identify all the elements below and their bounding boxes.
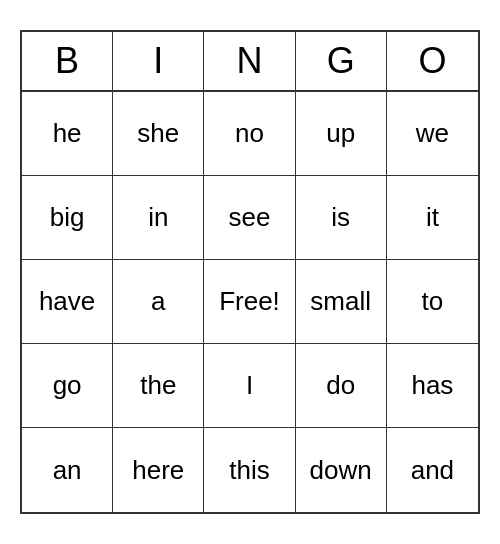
cell-r3-c1[interactable]: the [113, 344, 204, 428]
header-letter: G [296, 32, 387, 90]
cell-r3-c4[interactable]: has [387, 344, 478, 428]
cell-r4-c4[interactable]: and [387, 428, 478, 512]
header-letter: B [22, 32, 113, 90]
cell-r2-c0[interactable]: have [22, 260, 113, 344]
cell-r0-c4[interactable]: we [387, 92, 478, 176]
cell-r2-c4[interactable]: to [387, 260, 478, 344]
cell-r3-c3[interactable]: do [296, 344, 387, 428]
cell-r0-c3[interactable]: up [296, 92, 387, 176]
bingo-header: BINGO [22, 32, 478, 92]
cell-r3-c2[interactable]: I [204, 344, 295, 428]
cell-r2-c2[interactable]: Free! [204, 260, 295, 344]
cell-r1-c1[interactable]: in [113, 176, 204, 260]
bingo-grid: heshenoupwebiginseeisithaveaFree!smallto… [22, 92, 478, 512]
cell-r0-c2[interactable]: no [204, 92, 295, 176]
bingo-card: BINGO heshenoupwebiginseeisithaveaFree!s… [20, 30, 480, 514]
cell-r1-c3[interactable]: is [296, 176, 387, 260]
cell-r4-c0[interactable]: an [22, 428, 113, 512]
cell-r0-c1[interactable]: she [113, 92, 204, 176]
cell-r1-c0[interactable]: big [22, 176, 113, 260]
cell-r1-c4[interactable]: it [387, 176, 478, 260]
cell-r4-c3[interactable]: down [296, 428, 387, 512]
cell-r4-c2[interactable]: this [204, 428, 295, 512]
header-letter: I [113, 32, 204, 90]
cell-r0-c0[interactable]: he [22, 92, 113, 176]
header-letter: N [204, 32, 295, 90]
cell-r2-c1[interactable]: a [113, 260, 204, 344]
cell-r4-c1[interactable]: here [113, 428, 204, 512]
cell-r3-c0[interactable]: go [22, 344, 113, 428]
cell-r2-c3[interactable]: small [296, 260, 387, 344]
cell-r1-c2[interactable]: see [204, 176, 295, 260]
header-letter: O [387, 32, 478, 90]
